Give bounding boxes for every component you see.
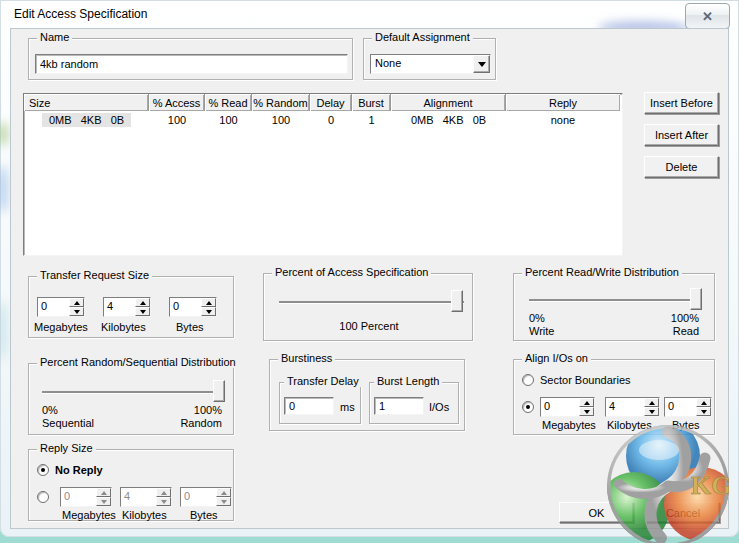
spin-down-icon[interactable] <box>696 407 711 416</box>
ok-button[interactable]: OK <box>559 502 634 523</box>
access-spec-slider-track[interactable] <box>279 301 464 303</box>
trs-bytes-value[interactable]: 0 <box>170 298 201 316</box>
burst-length-input[interactable] <box>374 397 424 415</box>
spin-down-icon[interactable] <box>96 497 111 506</box>
spin-down-icon[interactable] <box>69 307 84 316</box>
random-sequential-group: Percent Random/Sequential Distribution 0… <box>28 363 234 435</box>
burstiness-label: Burstiness <box>278 352 335 364</box>
spin-down-icon[interactable] <box>216 497 231 506</box>
no-reply-label: No Reply <box>55 464 103 476</box>
reply-size-label: Reply Size <box>37 442 96 454</box>
transfer-delay-label: Transfer Delay <box>284 375 362 387</box>
align-megabytes-value[interactable]: 0 <box>541 398 579 416</box>
transfer-delay-input[interactable] <box>284 397 334 415</box>
random-sequential-label: Percent Random/Sequential Distribution <box>37 356 239 368</box>
sequential-percent: 0% <box>42 404 58 416</box>
burstiness-group: Burstiness Transfer Delay ms Burst Lengt… <box>269 359 465 431</box>
trs-megabytes-spinner[interactable]: 0 <box>37 297 85 317</box>
row-reply: none <box>506 114 620 126</box>
col-header-burst[interactable]: Burst <box>352 94 391 111</box>
random-sequential-slider-thumb[interactable] <box>213 380 225 402</box>
reply-kilobytes-value[interactable]: 4 <box>121 488 156 506</box>
reply-megabytes-value[interactable]: 0 <box>61 488 96 506</box>
align-size-radio[interactable] <box>522 401 534 413</box>
row-size: 0MB 4KB 0B <box>42 113 131 127</box>
default-assignment-label: Default Assignment <box>372 31 473 43</box>
col-header-alignment[interactable]: Alignment <box>391 94 506 111</box>
trs-megabytes-unit: Megabytes <box>34 321 88 333</box>
trs-kilobytes-spinner[interactable]: 4 <box>103 297 151 317</box>
reply-size-group: Reply Size No Reply 0 4 0 Megabytes Kilo… <box>28 449 234 521</box>
spin-down-icon[interactable] <box>579 407 594 416</box>
spin-down-icon[interactable] <box>201 307 216 316</box>
name-group-label: Name <box>37 31 72 43</box>
spin-up-icon[interactable] <box>696 398 711 407</box>
align-bytes-spinner[interactable]: 0 <box>664 397 712 417</box>
reply-size-radio[interactable] <box>37 491 49 503</box>
read-write-slider-thumb[interactable] <box>690 288 702 310</box>
spin-down-icon[interactable] <box>644 407 659 416</box>
transfer-request-size-group: Transfer Request Size 0 4 0 Megabytes Ki… <box>28 276 234 338</box>
sector-boundaries-radio[interactable] <box>522 374 534 386</box>
col-header-read[interactable]: % Read <box>205 94 252 111</box>
no-reply-radio[interactable] <box>37 464 49 476</box>
default-assignment-select[interactable]: None <box>370 54 491 74</box>
name-input[interactable] <box>35 54 348 74</box>
read-write-slider-track[interactable] <box>529 299 701 301</box>
spin-down-icon[interactable] <box>156 497 171 506</box>
random-percent: 100% <box>194 404 222 416</box>
reply-kilobytes-spinner[interactable]: 4 <box>120 487 172 507</box>
col-header-random[interactable]: % Random <box>252 94 310 111</box>
random-sequential-slider-track[interactable] <box>42 391 224 393</box>
spin-up-icon[interactable] <box>69 298 84 307</box>
write-percent: 0% <box>529 312 545 324</box>
table-row[interactable]: 0MB 4KB 0B 100 100 100 0 1 0MB 4KB 0B no… <box>24 111 622 128</box>
close-button[interactable]: ✕ <box>685 3 730 29</box>
align-megabytes-unit: Megabytes <box>542 419 596 431</box>
spin-up-icon[interactable] <box>644 398 659 407</box>
spin-up-icon[interactable] <box>201 298 216 307</box>
align-ios-group: Align I/Os on Sector Boundaries 0 4 0 Me… <box>513 359 715 435</box>
col-header-delay[interactable]: Delay <box>310 94 352 111</box>
row-access: 100 <box>149 114 205 126</box>
dropdown-button[interactable] <box>473 55 490 73</box>
percent-access-spec-group: Percent of Access Specification 100 Perc… <box>263 273 473 341</box>
reply-megabytes-spinner[interactable]: 0 <box>60 487 112 507</box>
dialog-body: Name Default Assignment None Size % Acce… <box>10 28 729 529</box>
trs-bytes-unit: Bytes <box>176 321 204 333</box>
spin-down-icon[interactable] <box>135 307 150 316</box>
transfer-request-size-label: Transfer Request Size <box>37 269 152 281</box>
trs-megabytes-value[interactable]: 0 <box>38 298 69 316</box>
insert-before-button[interactable]: Insert Before <box>644 92 719 114</box>
col-header-reply[interactable]: Reply <box>506 94 620 111</box>
reply-bytes-unit: Bytes <box>190 509 218 521</box>
col-header-size[interactable]: Size <box>24 94 149 111</box>
burst-length-unit: I/Os <box>429 401 449 413</box>
access-spec-value: 100 Percent <box>264 320 474 332</box>
row-read: 100 <box>205 114 252 126</box>
align-bytes-value[interactable]: 0 <box>665 398 696 416</box>
align-kilobytes-spinner[interactable]: 4 <box>605 397 660 417</box>
row-burst: 1 <box>352 114 391 126</box>
trs-kilobytes-value[interactable]: 4 <box>104 298 135 316</box>
insert-after-button[interactable]: Insert After <box>644 124 719 146</box>
align-kilobytes-value[interactable]: 4 <box>606 398 644 416</box>
spin-up-icon[interactable] <box>96 488 111 497</box>
burst-length-label: Burst Length <box>374 375 442 387</box>
cancel-button[interactable]: Cancel <box>646 502 720 523</box>
row-random: 100 <box>252 114 310 126</box>
reply-bytes-value[interactable]: 0 <box>181 488 216 506</box>
spin-up-icon[interactable] <box>216 488 231 497</box>
spin-up-icon[interactable] <box>579 398 594 407</box>
align-megabytes-spinner[interactable]: 0 <box>540 397 595 417</box>
access-spec-list[interactable]: Size % Access % Read % Random Delay Burs… <box>23 93 623 256</box>
delete-button[interactable]: Delete <box>644 156 719 178</box>
read-write-distribution-group: Percent Read/Write Distribution 0% Write… <box>513 273 715 341</box>
reply-bytes-spinner[interactable]: 0 <box>180 487 232 507</box>
spin-up-icon[interactable] <box>135 298 150 307</box>
col-header-access[interactable]: % Access <box>149 94 205 111</box>
trs-bytes-spinner[interactable]: 0 <box>169 297 217 317</box>
read-write-distribution-label: Percent Read/Write Distribution <box>522 266 682 278</box>
spin-up-icon[interactable] <box>156 488 171 497</box>
access-spec-slider-thumb[interactable] <box>451 290 463 312</box>
